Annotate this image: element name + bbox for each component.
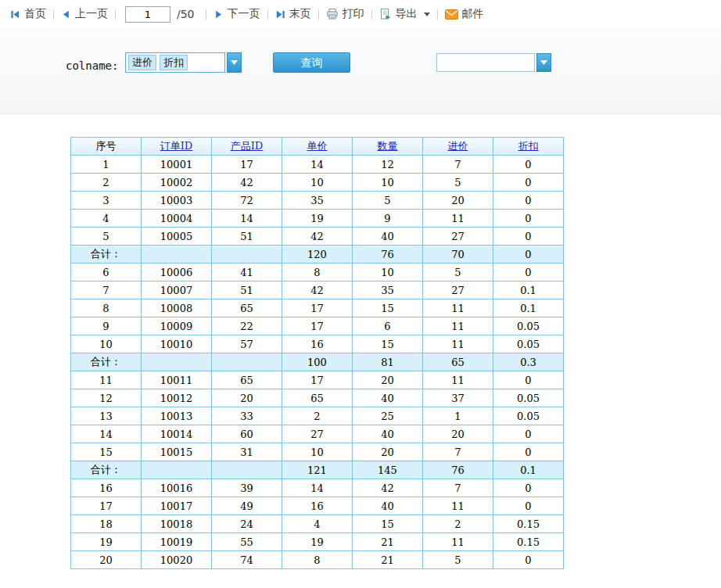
print-button[interactable]: 打印 bbox=[319, 7, 371, 21]
next-page-icon bbox=[213, 9, 224, 20]
table-cell: 6 bbox=[353, 317, 423, 335]
prev-page-button[interactable]: 上一页 bbox=[54, 7, 115, 21]
table-cell: 5 bbox=[423, 551, 493, 569]
next-page-button[interactable]: 下一页 bbox=[206, 7, 267, 21]
table-cell: 24 bbox=[212, 515, 282, 533]
table-cell: 0 bbox=[493, 192, 564, 210]
table-cell: 16 bbox=[282, 335, 353, 353]
table-cell: 17 bbox=[71, 497, 142, 515]
table-cell: 2 bbox=[71, 174, 142, 192]
table-row: 21000242101050 bbox=[71, 174, 564, 192]
table-cell: 合计： bbox=[71, 246, 142, 264]
colname-multiselect[interactable]: 进价 折扣 bbox=[125, 52, 242, 73]
table-cell: 42 bbox=[282, 281, 353, 299]
table-row: 1010010571615110.05 bbox=[71, 335, 564, 353]
query-button[interactable]: 查询 bbox=[273, 52, 350, 73]
table-cell: 2 bbox=[423, 515, 493, 533]
table-cell: 37 bbox=[423, 389, 493, 407]
table-row: 31000372355200 bbox=[71, 192, 564, 210]
table-cell: 10019 bbox=[142, 533, 212, 551]
table-cell: 15 bbox=[353, 335, 423, 353]
table-cell: 0.05 bbox=[493, 389, 564, 407]
table-row: 41000414199110 bbox=[71, 210, 564, 228]
filter-dropdown-button[interactable] bbox=[536, 53, 551, 72]
colname-multiselect-field[interactable]: 进价 折扣 bbox=[125, 52, 225, 73]
column-header-purchase-price-link[interactable]: 进价 bbox=[448, 140, 468, 152]
first-page-button[interactable]: 首页 bbox=[3, 7, 53, 21]
table-cell: 33 bbox=[212, 407, 282, 425]
column-header-discount[interactable]: 折扣 bbox=[493, 138, 564, 156]
table-cell: 10003 bbox=[142, 192, 212, 210]
selected-tag[interactable]: 进价 bbox=[128, 55, 156, 70]
column-header-order-id[interactable]: 订单ID bbox=[142, 138, 212, 156]
column-header-quantity-link[interactable]: 数量 bbox=[378, 140, 398, 152]
table-cell: 0.15 bbox=[493, 515, 564, 533]
table-cell: 41 bbox=[212, 264, 282, 281]
column-header-quantity[interactable]: 数量 bbox=[353, 138, 423, 156]
table-cell: 10009 bbox=[142, 317, 212, 335]
table-cell: 72 bbox=[212, 192, 282, 210]
table-cell: 18 bbox=[71, 515, 142, 533]
mail-icon bbox=[445, 9, 458, 20]
last-page-button[interactable]: 末页 bbox=[268, 7, 318, 21]
table-cell: 10016 bbox=[142, 479, 212, 497]
export-button[interactable]: 导出 bbox=[372, 7, 437, 21]
table-cell: 74 bbox=[212, 551, 282, 569]
table-cell: 8 bbox=[282, 551, 353, 569]
table-cell: 65 bbox=[282, 389, 353, 407]
table-cell: 0.05 bbox=[493, 317, 564, 335]
table-cell: 7 bbox=[71, 281, 142, 299]
table-cell: 10001 bbox=[142, 156, 212, 174]
colname-dropdown-button[interactable] bbox=[227, 52, 242, 73]
total-row: 合计：121145760.1 bbox=[71, 461, 564, 479]
table-cell: 39 bbox=[212, 479, 282, 497]
table-cell: 11 bbox=[423, 371, 493, 389]
column-header-purchase-price[interactable]: 进价 bbox=[423, 138, 493, 156]
mail-label: 邮件 bbox=[462, 7, 484, 21]
table-cell: 121 bbox=[282, 461, 353, 479]
table-cell: 0 bbox=[493, 497, 564, 515]
selected-tag[interactable]: 折扣 bbox=[160, 55, 188, 70]
dropdown-arrow-icon bbox=[540, 60, 547, 65]
table-cell: 76 bbox=[353, 246, 423, 264]
report-table-body: 1100011714127021000242101050310003723552… bbox=[71, 156, 564, 569]
table-cell: 40 bbox=[353, 497, 423, 515]
table-cell: 81 bbox=[353, 353, 423, 371]
prev-page-icon bbox=[61, 9, 71, 20]
table-cell: 13 bbox=[71, 407, 142, 425]
table-cell: 27 bbox=[423, 281, 493, 299]
column-header-product-id-link[interactable]: 产品ID bbox=[231, 140, 264, 152]
table-cell: 11 bbox=[423, 533, 493, 551]
table-cell: 20 bbox=[71, 551, 142, 569]
page-number-input[interactable] bbox=[125, 6, 170, 23]
table-cell: 145 bbox=[353, 461, 423, 479]
table-cell: 0 bbox=[493, 264, 564, 281]
filter-dropdown[interactable] bbox=[436, 53, 551, 72]
filter-dropdown-input[interactable] bbox=[436, 53, 535, 72]
table-cell: 10 bbox=[282, 174, 353, 192]
table-cell: 8 bbox=[282, 264, 353, 281]
column-header-unit-price-link[interactable]: 单价 bbox=[307, 140, 328, 152]
column-header-order-id-link[interactable]: 订单ID bbox=[160, 140, 193, 152]
first-page-label: 首页 bbox=[24, 7, 46, 21]
table-row: 1210012206540370.05 bbox=[71, 389, 564, 407]
column-header-product-id[interactable]: 产品ID bbox=[212, 138, 282, 156]
table-cell: 5 bbox=[423, 264, 493, 281]
header-row: 序号 订单ID 产品ID 单价 数量 进价 折扣 bbox=[71, 138, 564, 156]
table-cell: 16 bbox=[282, 497, 353, 515]
mail-button[interactable]: 邮件 bbox=[438, 7, 491, 21]
table-cell: 10 bbox=[71, 335, 142, 353]
table-cell: 10004 bbox=[142, 210, 212, 228]
table-cell: 11 bbox=[423, 299, 493, 317]
next-page-label: 下一页 bbox=[228, 7, 260, 21]
table-cell: 40 bbox=[353, 228, 423, 246]
table-cell: 60 bbox=[212, 425, 282, 443]
table-cell: 15 bbox=[353, 299, 423, 317]
table-cell: 21 bbox=[353, 551, 423, 569]
table-cell: 51 bbox=[212, 228, 282, 246]
column-header-unit-price[interactable]: 单价 bbox=[282, 138, 353, 156]
table-cell: 35 bbox=[282, 192, 353, 210]
table-cell: 21 bbox=[353, 533, 423, 551]
column-header-discount-link[interactable]: 折扣 bbox=[518, 140, 539, 152]
page-number-group: /50 bbox=[116, 6, 206, 23]
